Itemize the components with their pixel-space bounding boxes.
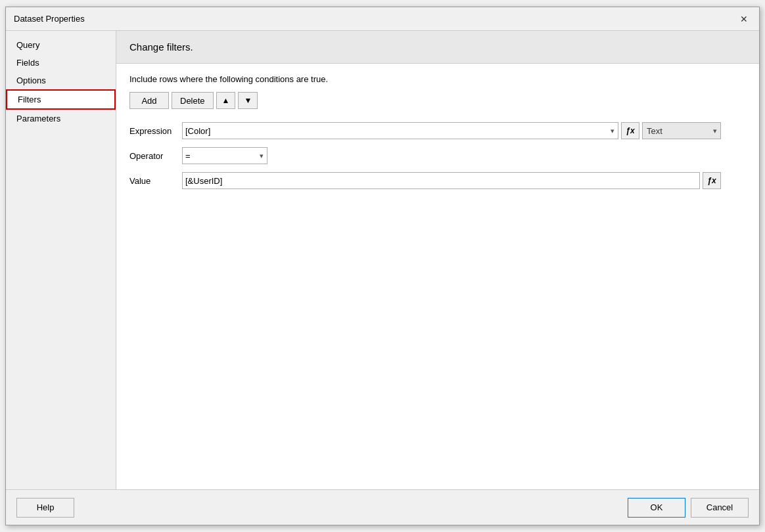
help-button[interactable]: Help [16, 498, 74, 518]
operator-select[interactable]: = [182, 147, 267, 164]
move-down-button[interactable]: ▼ [238, 92, 258, 109]
expression-select[interactable]: [Color] [182, 122, 618, 139]
ok-button[interactable]: OK [628, 498, 685, 518]
dialog-body: Query Fields Options Filters Parameters … [6, 31, 759, 489]
down-arrow-icon: ▼ [244, 96, 252, 105]
filter-grid: Expression [Color] ƒx Text [129, 122, 721, 189]
fx-icon: ƒx [626, 126, 634, 135]
dialog-footer: Help OK Cancel [6, 489, 759, 525]
add-button[interactable]: Add [129, 92, 169, 109]
footer-right: OK Cancel [628, 498, 749, 518]
main-inner: Include rows where the following conditi… [116, 64, 759, 489]
operator-row: = [182, 147, 721, 164]
sidebar-item-parameters[interactable]: Parameters [6, 110, 116, 127]
sidebar-item-filters[interactable]: Filters [6, 89, 116, 110]
value-input[interactable] [182, 172, 700, 189]
delete-button[interactable]: Delete [172, 92, 214, 109]
value-row: ƒx [182, 172, 721, 189]
operator-select-wrapper: = [182, 147, 267, 164]
close-button[interactable]: ✕ [737, 12, 751, 26]
expression-select-wrapper: [Color] [182, 122, 618, 139]
instruction-text: Include rows where the following conditi… [129, 74, 746, 84]
sidebar-item-options[interactable]: Options [6, 72, 116, 89]
expression-row: [Color] ƒx Text [182, 122, 721, 139]
type-select[interactable]: Text [642, 122, 721, 139]
type-select-wrapper: Text [642, 122, 721, 139]
dialog-title: Dataset Properties [14, 14, 85, 24]
sidebar-item-query[interactable]: Query [6, 36, 116, 54]
expression-label: Expression [129, 126, 182, 136]
dataset-properties-dialog: Dataset Properties ✕ Query Fields Option… [5, 7, 760, 525]
sidebar-item-fields[interactable]: Fields [6, 54, 116, 72]
title-bar: Dataset Properties ✕ [6, 7, 759, 31]
value-fx-button[interactable]: ƒx [703, 172, 721, 189]
main-content: Change filters. Include rows where the f… [116, 31, 759, 489]
up-arrow-icon: ▲ [222, 96, 230, 105]
filter-toolbar: Add Delete ▲ ▼ [129, 92, 746, 109]
sidebar: Query Fields Options Filters Parameters [6, 31, 116, 489]
expression-fx-button[interactable]: ƒx [621, 122, 639, 139]
cancel-button[interactable]: Cancel [691, 498, 749, 518]
value-fx-icon: ƒx [707, 176, 716, 185]
value-label: Value [129, 176, 182, 186]
main-header: Change filters. [116, 31, 759, 64]
section-title: Change filters. [129, 41, 746, 53]
operator-label: Operator [129, 151, 182, 161]
move-up-button[interactable]: ▲ [216, 92, 236, 109]
